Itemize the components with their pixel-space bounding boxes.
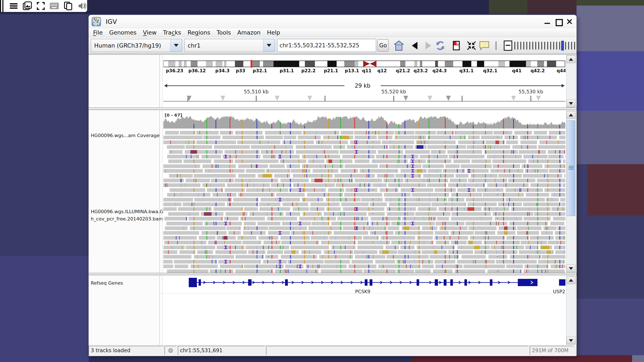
- zoom-tick: [574, 42, 575, 49]
- locus-input[interactable]: [277, 39, 376, 52]
- cytoband-label: p32.1: [252, 68, 267, 73]
- chromosome-select[interactable]: chr1: [184, 39, 275, 52]
- genome-select[interactable]: Human (GRCh37/hg19): [91, 39, 182, 52]
- cytoband: [418, 61, 420, 67]
- screenshot-icon[interactable]: [23, 1, 32, 11]
- menu-tools[interactable]: Tools: [214, 29, 234, 36]
- cytoband: [168, 61, 176, 67]
- menu-regions[interactable]: Regions: [184, 29, 214, 36]
- panel-splitter[interactable]: [88, 273, 576, 276]
- menu-help[interactable]: Help: [264, 29, 283, 36]
- thumb-grip: [568, 167, 574, 168]
- fullscreen-icon[interactable]: [37, 1, 45, 11]
- fit-window-icon[interactable]: [466, 40, 477, 51]
- scroll-up-button[interactable]: [566, 55, 576, 63]
- exon: [490, 279, 492, 286]
- scroll-up-button[interactable]: [566, 111, 576, 119]
- zoom-tick: [565, 42, 566, 49]
- region-tool-icon[interactable]: [451, 40, 462, 51]
- copy-icon[interactable]: [64, 1, 73, 11]
- cytoband-label: p21.1: [324, 68, 338, 73]
- gene-track[interactable]: [163, 276, 566, 291]
- gene-track-label[interactable]: Refseq Genes: [91, 280, 123, 286]
- scroll-down-button[interactable]: [566, 100, 576, 107]
- chevron-down-icon: [174, 44, 178, 47]
- home-icon[interactable]: [394, 40, 404, 51]
- ruler[interactable]: 29 kb55,510 kb55,520 kb55,530 kb: [163, 82, 566, 101]
- close-button[interactable]: ×: [566, 17, 574, 25]
- memory-usage-cell[interactable]: 291M of 700M: [530, 346, 574, 355]
- scroll-down-button[interactable]: [566, 337, 576, 344]
- zoom-out-icon[interactable]: [504, 40, 512, 51]
- genome-select-arrow[interactable]: [170, 39, 182, 52]
- go-button[interactable]: Go: [378, 39, 388, 52]
- alignment-panel: HG00096.wgs...am Coverage HG00096.wgs.IL…: [88, 110, 576, 273]
- zoom-tick: [523, 42, 524, 49]
- menu-amazon[interactable]: Amazon: [234, 29, 264, 36]
- tooltip-icon[interactable]: [479, 40, 490, 51]
- activity-indicator-cell: [164, 346, 177, 355]
- chromosome-select-value: chr1: [185, 42, 263, 49]
- cytoband: [355, 61, 358, 67]
- alignment-canvas[interactable]: [163, 110, 566, 273]
- gene-scrollbar[interactable]: [566, 276, 576, 345]
- title-bar[interactable]: igv IGV ×: [88, 15, 576, 28]
- gene-name-usp2[interactable]: USP2: [553, 289, 565, 294]
- cytoband: [224, 61, 226, 67]
- triangle-down-icon: [569, 102, 573, 105]
- scroll-up-button[interactable]: [566, 276, 576, 284]
- minimize-button[interactable]: [543, 17, 551, 25]
- desktop-patch: [576, 0, 644, 5]
- gene-name-pcsk9[interactable]: PCSK9: [355, 289, 370, 294]
- alignment-track-label-line2[interactable]: h_cov_pcr_free.20140203.bam: [91, 216, 163, 221]
- drag-handle[interactable]: [0, 0, 5, 12]
- cytoband-label: q23.2: [414, 68, 428, 73]
- cytoband: [498, 61, 505, 67]
- cytoband-label: q41: [512, 68, 522, 73]
- alignment-track-label-line1[interactable]: HG00096.wgs.ILLUMINA.bwa.G: [91, 209, 163, 214]
- forward-icon[interactable]: [423, 40, 434, 51]
- keyboard-icon[interactable]: [50, 1, 59, 11]
- cytoband-label: q21.2: [396, 68, 410, 73]
- menu-icon[interactable]: [10, 1, 18, 11]
- maximize-button[interactable]: [554, 17, 562, 25]
- panel-splitter[interactable]: [88, 108, 576, 110]
- desktop-patch: [576, 5, 644, 51]
- menu-genomes[interactable]: Genomes: [106, 29, 140, 36]
- chromosome-select-arrow[interactable]: [263, 39, 274, 52]
- cytoband: [400, 61, 405, 67]
- panel-divider[interactable]: [160, 276, 160, 345]
- refresh-icon[interactable]: [435, 40, 446, 51]
- panel-divider[interactable]: [160, 55, 160, 108]
- panel-divider[interactable]: [160, 110, 160, 273]
- gene-model[interactable]: [559, 279, 566, 286]
- menu-view[interactable]: View: [140, 29, 160, 36]
- triangle-up-icon: [569, 279, 573, 282]
- speaker-icon[interactable]: [78, 1, 87, 11]
- ideogram[interactable]: p36.23p36.12p34.3p33p32.1p31.1p22.2p21.1…: [163, 60, 566, 73]
- back-icon[interactable]: [409, 40, 420, 51]
- coverage-track-label[interactable]: HG00096.wgs...am Coverage: [91, 133, 160, 138]
- desktop-patch: [632, 355, 644, 362]
- zoom-tick: [550, 42, 551, 49]
- scrollbar-thumb[interactable]: [567, 120, 575, 216]
- zoom-tick: [541, 42, 542, 49]
- alignment-scrollbar[interactable]: [566, 111, 576, 272]
- ideogram-ruler[interactable]: p36.23p36.12p34.3p33p32.1p31.1p22.2p21.1…: [163, 55, 566, 108]
- igv-logo-bars: [93, 18, 100, 22]
- cytoband: [179, 61, 182, 67]
- status-bar: 3 tracks loaded chr1:55,531,691 291M of …: [88, 346, 576, 355]
- cytoband: [510, 61, 526, 67]
- menu-file[interactable]: File: [90, 29, 106, 36]
- cytoband: [344, 61, 355, 67]
- cytoband: [263, 61, 274, 67]
- cytoband: [414, 61, 418, 67]
- gene-model[interactable]: [189, 278, 538, 287]
- cytoband: [182, 61, 184, 67]
- locus-scrollbar[interactable]: [566, 55, 576, 107]
- menu-tracks[interactable]: Tracks: [160, 29, 184, 36]
- scroll-down-button[interactable]: [566, 265, 576, 272]
- zoom-slider[interactable]: [514, 40, 576, 51]
- sample-marker-icon: [275, 96, 280, 101]
- zoom-slider-thumb[interactable]: [561, 41, 564, 50]
